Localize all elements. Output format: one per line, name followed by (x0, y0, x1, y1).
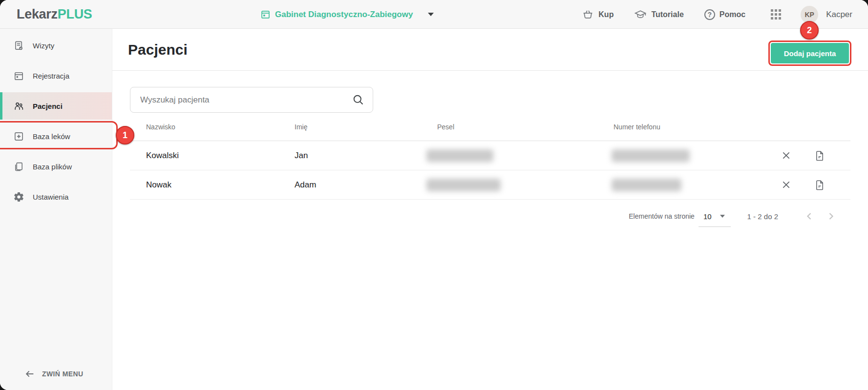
pesel-redacted-blur (426, 149, 493, 162)
document-check-icon (13, 40, 24, 51)
app-logo: LekarzPLUS (17, 7, 92, 22)
pagination-range: 1 - 2 do 2 (747, 212, 778, 221)
pagination: Elementów na stronie 10 1 - 2 do 2 (130, 200, 850, 222)
graduation-cap-icon (634, 8, 647, 21)
cell-imie: Jan (295, 151, 437, 161)
select-underline (699, 226, 731, 227)
patient-file-icon[interactable] (814, 150, 826, 161)
cell-nazwisko: Nowak (130, 180, 295, 190)
sidebar-item-ustawienia[interactable]: Ustawienia (0, 183, 112, 210)
user-name: Kacper (826, 10, 852, 20)
sidebar-item-label: Ustawienia (33, 193, 68, 201)
search-input[interactable] (140, 95, 352, 105)
telefon-redacted-blur (612, 179, 681, 191)
sidebar-item-label: Baza leków (33, 132, 70, 141)
pesel-redacted-blur (426, 179, 501, 191)
tutorials-button[interactable]: Tutoriale (634, 8, 683, 21)
logo-part-lekarz: Lekarz (17, 7, 58, 21)
active-indicator (0, 92, 2, 120)
help-label: Pomoc (720, 10, 745, 19)
chevron-down-icon (720, 215, 725, 218)
chevron-down-icon (428, 13, 434, 16)
cell-imie: Adam (295, 180, 437, 190)
collapse-menu-button[interactable]: ZWIŃ MENU (0, 369, 112, 379)
collapse-menu-label: ZWIŃ MENU (42, 370, 83, 378)
annotation-step-2-badge: 2 (800, 21, 819, 40)
buy-button[interactable]: Kup (582, 8, 614, 21)
patients-group-icon (13, 101, 24, 112)
per-page-value: 10 (703, 212, 712, 221)
clinic-selector[interactable]: Gabinet Diagnostyczno-Zabiegowy (260, 0, 434, 29)
sidebar-item-wizyty[interactable]: Wizyty (0, 32, 112, 59)
top-bar: LekarzPLUS Gabinet Diagnostyczno-Zabiego… (0, 0, 868, 29)
calendar-green-icon (260, 9, 271, 20)
sidebar-item-label: Pacjenci (33, 102, 63, 110)
delete-row-icon[interactable] (781, 150, 792, 161)
calendar-icon (13, 70, 24, 82)
files-copy-icon (13, 161, 24, 172)
search-icon[interactable] (352, 93, 365, 106)
telefon-redacted-blur (612, 149, 690, 162)
main-content: Pacjenci Nazwisko Imię Pesel Numer telef… (112, 29, 868, 390)
annotation-step-1-badge: 1 (116, 126, 134, 144)
column-header-nazwisko: Nazwisko (130, 123, 295, 131)
add-patient-button[interactable]: Dodaj pacjenta (771, 43, 849, 63)
delete-row-icon[interactable] (781, 179, 792, 190)
tutorials-label: Tutoriale (651, 10, 683, 19)
sidebar-item-baza-plikow[interactable]: Baza plików (0, 153, 112, 180)
sidebar-item-label: Wizyty (33, 41, 54, 50)
buy-label: Kup (598, 10, 614, 19)
apps-grid-icon[interactable] (771, 9, 781, 20)
table-row[interactable]: Kowalski Jan (130, 141, 850, 170)
sidebar-item-label: Baza plików (33, 163, 72, 171)
medicine-plus-icon (13, 131, 24, 142)
next-page-icon[interactable] (825, 210, 837, 222)
sidebar-item-baza-lekow[interactable]: Baza leków (0, 123, 112, 150)
arrow-left-icon (24, 369, 35, 379)
clinic-selector-label: Gabinet Diagnostyczno-Zabiegowy (275, 10, 413, 20)
page-header: Pacjenci (112, 29, 868, 71)
help-button[interactable]: ? Pomoc (704, 9, 745, 20)
column-header-imie: Imię (295, 123, 437, 131)
previous-page-icon[interactable] (804, 210, 815, 222)
cell-nazwisko: Kowalski (130, 151, 295, 161)
table-header-row: Nazwisko Imię Pesel Numer telefonu (130, 113, 850, 141)
search-box (130, 87, 373, 113)
page-title: Pacjenci (128, 41, 188, 58)
per-page-select[interactable]: 10 (703, 212, 725, 221)
column-header-telefon: Numer telefonu (614, 123, 780, 131)
column-header-pesel: Pesel (437, 123, 614, 131)
logo-part-plus: PLUS (58, 7, 92, 21)
basket-icon (582, 8, 594, 21)
app-window: LekarzPLUS Gabinet Diagnostyczno-Zabiego… (0, 0, 868, 390)
sidebar-item-rejestracja[interactable]: Rejestracja (0, 62, 112, 89)
sidebar-item-label: Rejestracja (33, 72, 69, 80)
table-row[interactable]: Nowak Adam (130, 170, 850, 200)
patient-file-icon[interactable] (814, 179, 826, 190)
question-mark-icon: ? (704, 9, 715, 20)
gear-icon (13, 191, 24, 203)
add-patient-annotation-outline: Dodaj pacjenta (768, 41, 851, 66)
per-page-label: Elementów na stronie (629, 212, 695, 220)
sidebar: Wizyty Rejestracja (0, 29, 112, 390)
sidebar-item-pacjenci[interactable]: Pacjenci (0, 92, 112, 120)
